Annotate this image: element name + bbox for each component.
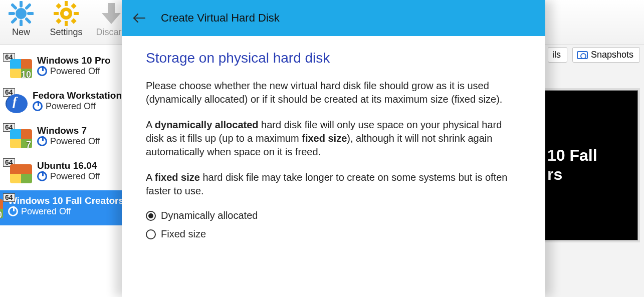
radio-icon <box>146 229 156 239</box>
power-icon <box>8 206 18 216</box>
toolbar-label: New <box>12 27 30 38</box>
preview-text: rs <box>547 165 637 184</box>
svg-line-5 <box>13 5 16 8</box>
os-logo-icon <box>6 94 28 113</box>
os-logo-icon: 7 <box>10 129 32 148</box>
vm-state: Powered Off <box>37 171 100 182</box>
svg-point-0 <box>16 8 27 19</box>
svg-rect-11 <box>65 1 68 6</box>
svg-rect-15 <box>56 3 61 9</box>
dialog-paragraph: Please choose whether the new virtual ha… <box>146 79 521 106</box>
new-button[interactable]: New <box>3 0 39 38</box>
os-logo-icon: 10 <box>10 59 32 78</box>
vm-state: Powered Off <box>37 136 100 147</box>
dialog-body: Storage on physical hard disk Please cho… <box>122 36 545 240</box>
vm-state: Powered Off <box>33 101 122 112</box>
down-arrow-icon <box>99 1 124 26</box>
vm-list-item[interactable]: 6410Windows 10 ProPowered Off <box>0 50 125 85</box>
os-logo-icon: 10 <box>0 199 3 218</box>
svg-rect-14 <box>74 12 79 15</box>
os-logo-icon <box>10 164 32 183</box>
svg-rect-13 <box>54 12 59 15</box>
dialog-header: Create Virtual Hard Disk <box>122 0 545 36</box>
vm-list-item[interactable]: 6410Windows 10 Fall CreatorsPowered Off <box>0 190 125 225</box>
vm-state: Powered Off <box>37 66 111 77</box>
toolbar-label: Settings <box>50 27 82 38</box>
vm-preview: 10 Fall rs <box>543 90 638 240</box>
radio-option[interactable]: Fixed size <box>146 228 521 240</box>
sunburst-icon <box>9 1 34 26</box>
vm-name: Ubuntu 16.04 <box>37 160 100 171</box>
svg-line-8 <box>13 19 16 22</box>
svg-rect-18 <box>56 18 61 24</box>
create-vhd-dialog: Create Virtual Hard Disk Storage on phys… <box>122 0 545 297</box>
power-icon <box>33 101 43 111</box>
dialog-title: Create Virtual Hard Disk <box>161 12 280 25</box>
radio-option[interactable]: Dynamically allocated <box>146 210 521 221</box>
power-icon <box>37 136 47 146</box>
tab-snapshots[interactable]: Snapshots <box>572 47 640 63</box>
dialog-paragraph: A fixed size hard disk file may take lon… <box>146 171 521 198</box>
svg-rect-16 <box>71 18 76 24</box>
tab-details[interactable]: ils <box>548 47 567 63</box>
camera-icon <box>577 51 588 59</box>
vm-name: Windows 7 <box>37 125 100 136</box>
radio-label: Dynamically allocated <box>161 210 258 221</box>
preview-text: 10 Fall <box>547 146 637 165</box>
radio-label: Fixed size <box>161 228 206 240</box>
os-icon: 6410 <box>3 53 32 78</box>
vm-name: Fedora Workstation <box>33 90 122 101</box>
vm-name: Windows 10 Pro <box>37 55 111 66</box>
power-icon <box>37 171 47 181</box>
tab-label-partial: ils <box>552 50 561 60</box>
svg-rect-12 <box>65 21 68 26</box>
svg-line-7 <box>27 5 30 8</box>
svg-line-6 <box>27 19 30 22</box>
vm-list-item[interactable]: 647Windows 7Powered Off <box>0 120 125 155</box>
dialog-paragraph: A dynamically allocated hard disk file w… <box>146 118 521 159</box>
dialog-heading: Storage on physical hard disk <box>146 50 521 66</box>
arch-badge: 64 <box>3 193 15 202</box>
vm-list-item[interactable]: 64Ubuntu 16.04Powered Off <box>0 155 125 190</box>
svg-point-10 <box>64 11 69 16</box>
vm-list: 6410Windows 10 ProPowered Off64Fedora Wo… <box>0 45 125 297</box>
vm-state: Powered Off <box>8 206 124 217</box>
tab-label: Snapshots <box>591 50 633 60</box>
power-icon <box>37 66 47 76</box>
radio-icon <box>146 211 156 221</box>
svg-rect-17 <box>71 3 76 9</box>
storage-type-radios: Dynamically allocatedFixed size <box>146 210 521 240</box>
vm-list-item[interactable]: 64Fedora WorkstationPowered Off <box>0 85 125 120</box>
os-icon: 64 <box>3 158 32 183</box>
settings-button[interactable]: Settings <box>48 0 84 38</box>
back-button[interactable] <box>132 11 147 26</box>
os-icon: 64 <box>3 88 28 113</box>
tab-bar: ils Snapshots <box>548 47 640 63</box>
os-icon: 647 <box>3 123 32 148</box>
gear-icon <box>54 1 79 26</box>
vm-name: Windows 10 Fall Creators <box>8 195 124 206</box>
